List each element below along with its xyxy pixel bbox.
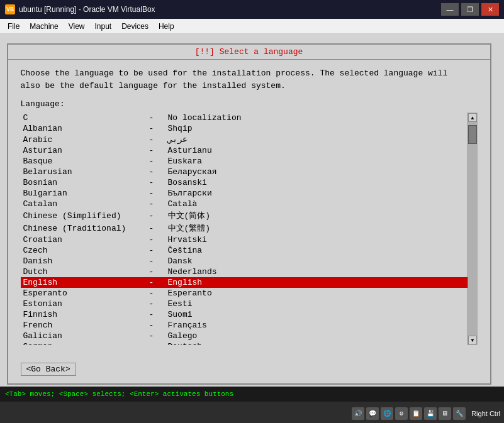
language-item[interactable]: Danish - Dansk — [21, 256, 468, 266]
menubar: File Machine View Input Devices Help — [0, 19, 504, 34]
menu-help[interactable]: Help — [154, 21, 179, 32]
taskbar-icon-6[interactable]: 💾 — [424, 407, 437, 420]
language-item[interactable]: Chinese (Traditional) - 中文(繁體) — [21, 222, 468, 234]
language-item[interactable]: French - Français — [21, 320, 468, 331]
taskbar-icon-1[interactable]: 🔊 — [352, 407, 364, 420]
language-list[interactable]: C - No localizationAlbanian - ShqipArabi… — [21, 113, 468, 345]
language-item[interactable]: Belarusian - Беларуская — [21, 167, 468, 177]
language-item[interactable]: German - Deutsch — [21, 341, 468, 345]
language-item[interactable]: Dutch - Nederlands — [21, 266, 468, 277]
dialog: [!!] Select a language Choose the langua… — [7, 43, 491, 385]
language-item[interactable]: Chinese (Simplified) - 中文(简体) — [21, 209, 468, 222]
language-item[interactable]: Bulgarian - Български — [21, 188, 468, 199]
language-list-container: C - No localizationAlbanian - ShqipArabi… — [21, 113, 478, 345]
terminal: [!!] Select a language Choose the langua… — [7, 40, 498, 380]
language-item[interactable]: Galician - Galego — [21, 331, 468, 341]
dialog-description: Choose the language to be used for the i… — [21, 67, 478, 92]
scrollbar-down-button[interactable]: ▼ — [468, 336, 477, 344]
menu-file[interactable]: File — [3, 21, 25, 32]
scrollbar[interactable]: ▲ ▼ — [468, 113, 478, 345]
vm-screen: [!!] Select a language Choose the langua… — [0, 34, 504, 387]
taskbar-icon-2[interactable]: 💬 — [366, 407, 379, 420]
language-item[interactable]: Asturian - Asturianu — [21, 145, 468, 156]
scrollbar-thumb[interactable] — [468, 125, 477, 144]
minimize-button[interactable]: — — [441, 3, 459, 16]
language-item[interactable]: English - English — [21, 277, 468, 288]
menu-input[interactable]: Input — [90, 21, 117, 32]
titlebar-left: VB ubuntu [Running] - Oracle VM VirtualB… — [5, 4, 155, 14]
taskbar-icon-4[interactable]: ⚙ — [395, 407, 408, 420]
close-button[interactable]: ✕ — [481, 3, 499, 16]
go-back-button[interactable]: <Go Back> — [21, 363, 76, 376]
dialog-body: Choose the language to be used for the i… — [8, 60, 490, 383]
scrollbar-up-button[interactable]: ▲ — [468, 113, 477, 122]
titlebar-title: ubuntu [Running] - Oracle VM VirtualBox — [19, 5, 155, 14]
statusbar: <Tab> moves; <Space> selects; <Enter> ac… — [0, 387, 504, 402]
titlebar: VB ubuntu [Running] - Oracle VM VirtualB… — [0, 0, 504, 19]
taskbar-icon-8[interactable]: 🔧 — [453, 407, 466, 420]
taskbar-icon-7[interactable]: 🖥 — [439, 407, 451, 420]
language-item[interactable]: Catalan - Català — [21, 199, 468, 209]
taskbar-icon-3[interactable]: 🌐 — [381, 407, 393, 420]
restore-button[interactable]: ❐ — [461, 3, 479, 16]
dialog-title: [!!] Select a language — [8, 45, 490, 60]
language-item[interactable]: Bosnian - Bosanski — [21, 177, 468, 188]
menu-machine[interactable]: Machine — [25, 21, 63, 32]
taskbar: 🔊 💬 🌐 ⚙ 📋 💾 🖥 🔧 Right Ctrl — [0, 402, 504, 423]
taskbar-right: 🔊 💬 🌐 ⚙ 📋 💾 🖥 🔧 Right Ctrl — [352, 407, 500, 420]
menu-view[interactable]: View — [64, 21, 90, 32]
status-text: <Tab> moves; <Space> selects; <Enter> ac… — [5, 390, 233, 398]
language-item[interactable]: Croatian - Hrvatski — [21, 234, 468, 245]
language-item[interactable]: Arabic - عربي — [21, 134, 468, 145]
language-item[interactable]: Basque - Euskara — [21, 156, 468, 167]
language-item[interactable]: Estonian - Eesti — [21, 299, 468, 309]
taskbar-icon-5[interactable]: 📋 — [410, 407, 422, 420]
language-item[interactable]: C - No localization — [21, 113, 468, 123]
language-item[interactable]: Czech - Čeština — [21, 245, 468, 256]
right-ctrl-label: Right Ctrl — [471, 410, 500, 417]
language-item[interactable]: Albanian - Shqip — [21, 123, 468, 134]
titlebar-controls: — ❐ ✕ — [441, 3, 499, 16]
menu-devices[interactable]: Devices — [116, 21, 154, 32]
app-icon: VB — [5, 4, 15, 14]
language-item[interactable]: Esperanto - Esperanto — [21, 288, 468, 299]
language-item[interactable]: Finnish - Suomi — [21, 309, 468, 320]
language-label: Language: — [21, 99, 478, 109]
